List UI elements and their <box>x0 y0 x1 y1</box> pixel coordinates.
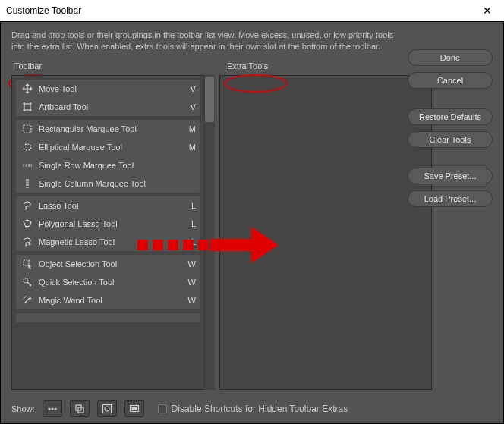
bottom-bar: Show: Disable Shortcuts for Hidden Toolb… <box>1 394 503 423</box>
tool-label: Magic Wand Tool <box>34 296 184 305</box>
show-label: Show: <box>11 404 35 413</box>
tool-label: Rectangular Marquee Tool <box>34 124 184 133</box>
svg-point-7 <box>52 408 53 410</box>
description-text: Drag and drop tools or their groupings i… <box>1 22 411 55</box>
tool-row[interactable]: Magic Wand ToolW <box>16 291 200 309</box>
svg-point-6 <box>49 408 50 410</box>
tool-row[interactable]: Single Row Marquee Tool <box>16 156 200 174</box>
tool-shortcut: L <box>184 237 196 247</box>
svg-rect-0 <box>24 104 30 110</box>
mag-lasso-icon <box>20 237 34 247</box>
ellipse-marquee-icon <box>20 142 34 152</box>
restore-defaults-button[interactable]: Restore Defaults <box>408 108 493 125</box>
tool-group[interactable]: Object Selection ToolWQuick Selection To… <box>16 255 200 309</box>
dialog-body: Drag and drop tools or their groupings i… <box>0 21 504 424</box>
tool-label: Elliptical Marquee Tool <box>34 143 184 152</box>
partial-group <box>16 313 200 322</box>
svg-rect-11 <box>102 405 111 413</box>
tool-label: Quick Selection Tool <box>34 278 184 287</box>
tool-row[interactable]: Artboard ToolV <box>16 98 200 116</box>
tool-shortcut: L <box>184 219 196 228</box>
foreground-background-icon[interactable] <box>70 400 90 417</box>
tool-row[interactable]: Elliptical Marquee ToolM <box>16 138 200 156</box>
tool-row[interactable]: Move ToolV <box>16 80 200 98</box>
close-icon[interactable]: ✕ <box>477 3 498 18</box>
tool-shortcut: W <box>184 259 196 269</box>
tool-label: Move Tool <box>34 84 184 93</box>
extra-tools-list[interactable] <box>219 75 432 390</box>
save-preset-button[interactable]: Save Preset... <box>408 168 493 184</box>
poly-lasso-icon <box>20 218 34 229</box>
tool-row[interactable]: Polygonal Lasso ToolL <box>16 215 200 233</box>
svg-rect-1 <box>24 125 31 133</box>
svg-point-8 <box>55 408 56 410</box>
col-marquee-icon <box>20 178 34 189</box>
side-buttons: Done Cancel Restore Defaults Clear Tools… <box>408 49 493 207</box>
tool-shortcut: W <box>184 296 196 305</box>
magic-wand-icon <box>20 295 34 306</box>
tool-shortcut: W <box>184 278 196 287</box>
tool-group[interactable]: Move ToolVArtboard ToolV <box>16 80 200 116</box>
tool-shortcut: M <box>184 143 196 152</box>
cancel-button[interactable]: Cancel <box>408 72 493 89</box>
window-title: Customize Toolbar <box>6 5 81 16</box>
disable-shortcuts-checkbox[interactable]: Disable Shortcuts for Hidden Toolbar Ext… <box>158 404 348 414</box>
tool-label: Magnetic Lasso Tool <box>34 237 184 247</box>
edit-toolbar-icon[interactable] <box>43 400 62 417</box>
svg-point-12 <box>105 407 109 411</box>
checkbox-icon[interactable] <box>158 404 167 413</box>
done-button[interactable]: Done <box>408 49 493 66</box>
extra-column-label: Extra Tools <box>224 60 271 72</box>
tool-group[interactable]: Lasso ToolLPolygonal Lasso ToolLMagnetic… <box>16 196 200 251</box>
load-preset-button[interactable]: Load Preset... <box>408 190 493 207</box>
tool-shortcut: V <box>184 84 196 93</box>
rect-marquee-icon <box>20 124 34 134</box>
scrollbar[interactable] <box>204 75 215 390</box>
tool-row[interactable]: Magnetic Lasso ToolL <box>16 233 200 251</box>
tool-label: Polygonal Lasso Tool <box>34 219 184 228</box>
disable-shortcuts-label: Disable Shortcuts for Hidden Toolbar Ext… <box>172 404 348 414</box>
tool-label: Object Selection Tool <box>34 259 184 269</box>
tool-shortcut: M <box>184 124 196 133</box>
quickmask-icon[interactable] <box>97 400 117 417</box>
row-marquee-icon <box>20 160 34 171</box>
svg-rect-14 <box>131 407 137 410</box>
tool-shortcut: L <box>184 201 196 210</box>
toolbar-list[interactable]: Move ToolVArtboard ToolVRectangular Marq… <box>11 75 215 390</box>
tool-label: Artboard Tool <box>34 102 184 111</box>
svg-rect-4 <box>24 260 29 265</box>
tool-row[interactable]: Object Selection ToolW <box>16 255 200 273</box>
artboard-icon <box>20 102 34 112</box>
tool-row[interactable]: Lasso ToolL <box>16 196 200 215</box>
svg-point-3 <box>29 243 31 245</box>
screenmode-icon[interactable] <box>124 400 144 417</box>
tool-row[interactable]: Single Column Marquee Tool <box>16 174 200 193</box>
move-icon <box>20 83 34 94</box>
svg-point-2 <box>24 144 31 150</box>
toolbar-column-label: Toolbar <box>11 60 49 72</box>
tool-label: Lasso Tool <box>34 201 184 210</box>
obj-select-icon <box>20 259 34 269</box>
quick-select-icon <box>20 277 34 287</box>
tool-row[interactable]: Rectangular Marquee ToolM <box>16 120 200 138</box>
clear-tools-button[interactable]: Clear Tools <box>408 131 493 148</box>
tool-group[interactable]: Rectangular Marquee ToolMElliptical Marq… <box>16 120 200 193</box>
tool-row[interactable]: Quick Selection ToolW <box>16 273 200 291</box>
scrollbar-thumb[interactable] <box>205 77 214 122</box>
tool-label: Single Column Marquee Tool <box>34 179 184 188</box>
tool-label: Single Row Marquee Tool <box>34 161 184 170</box>
tool-shortcut: V <box>184 102 196 111</box>
lasso-icon <box>20 200 34 211</box>
titlebar: Customize Toolbar ✕ <box>0 0 504 21</box>
